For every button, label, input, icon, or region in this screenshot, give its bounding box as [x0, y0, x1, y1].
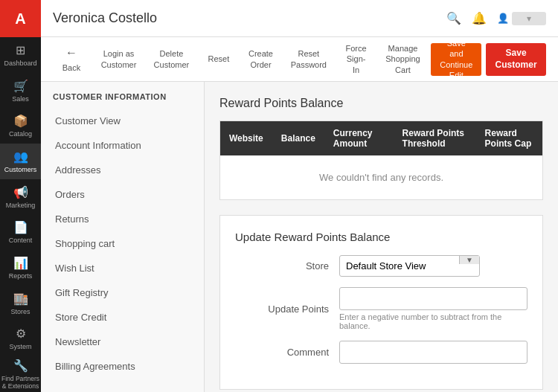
sidebar-item-reports[interactable]: 📊 Reports — [0, 250, 41, 286]
bell-icon[interactable]: 🔔 — [472, 11, 487, 25]
topbar-icons: 🔍 🔔 👤 ▾ — [446, 11, 546, 25]
user-menu[interactable]: 👤 ▾ — [497, 12, 546, 25]
sidebar-item-customers[interactable]: 👥 Customers — [0, 144, 41, 179]
store-row: Store Default Store View ▼ — [235, 255, 527, 277]
toolbar: ← Back Login as Customer Delete Customer… — [41, 37, 558, 82]
catalog-icon: 📦 — [13, 114, 28, 128]
page-title: Veronica Costello — [53, 10, 157, 26]
sidebar-item-orders[interactable]: Orders — [41, 182, 204, 207]
manage-shopping-cart-label: Manage Shopping Cart — [385, 43, 420, 75]
reward-points-table: Website Balance Currency Amount Reward P… — [219, 121, 543, 200]
find-partners-icon: 🔧 — [13, 359, 28, 373]
sidebar-item-label: Content — [9, 237, 33, 244]
save-customer-button[interactable]: Save Customer — [486, 43, 546, 76]
manage-shopping-cart-button[interactable]: Manage Shopping Cart — [379, 39, 427, 80]
sidebar-item-label: Customers — [4, 166, 37, 173]
col-currency-amount: Currency Amount — [324, 121, 394, 156]
right-panel: Reward Points Balance Website Balance Cu… — [205, 82, 558, 392]
sidebar-item-content[interactable]: 📄 Content — [0, 215, 41, 251]
sidebar-item-customer-view[interactable]: Customer View — [41, 109, 204, 133]
col-reward-points-cap: Reward Points Cap — [476, 121, 543, 156]
empty-message: We couldn't find any records. — [220, 155, 543, 200]
col-reward-points-threshold: Reward Points Threshold — [394, 121, 476, 156]
sidebar-item-label: Dashboard — [4, 60, 36, 67]
customers-icon: 👥 — [13, 150, 28, 164]
sidebar-item-billing-agreements[interactable]: Billing Agreements — [41, 354, 204, 379]
login-customer-label: Login as Customer — [101, 48, 137, 70]
sidebar-item-account-information[interactable]: Account Information — [41, 133, 204, 158]
sidebar-item-label: Sales — [12, 95, 29, 103]
sidebar-item-system[interactable]: ⚙ System — [0, 321, 41, 357]
sidebar-item-label: Reports — [9, 272, 33, 280]
main-area: Veronica Costello 🔍 🔔 👤 ▾ ← Back Login a… — [41, 0, 558, 392]
create-order-label: Create Order — [248, 48, 273, 70]
sidebar-item-sales[interactable]: 🛒 Sales — [0, 73, 41, 109]
sidebar-item-catalog[interactable]: 📦 Catalog — [0, 108, 41, 144]
store-label: Store — [235, 260, 339, 271]
sidebar-item-shopping-cart[interactable]: Shopping cart — [41, 231, 204, 256]
sidebar-item-stores[interactable]: 🏬 Stores — [0, 286, 41, 321]
reward-points-title: Reward Points Balance — [219, 97, 543, 110]
update-form-title: Update Reward Points Balance — [235, 231, 527, 243]
reset-password-button[interactable]: Reset Password — [284, 44, 333, 74]
table-row-empty: We couldn't find any records. — [220, 155, 543, 200]
back-label: Back — [62, 62, 80, 73]
save-continue-edit-label: Save and Continue Edit — [440, 38, 472, 80]
update-points-hint: Enter a negative number to subtract from… — [339, 312, 527, 330]
sidebar-item-dashboard[interactable]: ⊞ Dashboard — [0, 37, 41, 73]
sidebar-item-store-credit[interactable]: Store Credit — [41, 305, 204, 330]
store-select-wrapper: Default Store View ▼ — [339, 255, 480, 277]
comment-input[interactable] — [339, 341, 527, 364]
store-field: Default Store View ▼ — [339, 255, 527, 277]
sidebar-item-find-partners[interactable]: 🔧 Find Partners& Extensions — [0, 356, 41, 392]
update-points-input[interactable] — [339, 287, 527, 310]
sidebar-item-addresses[interactable]: Addresses — [41, 158, 204, 182]
sidebar-logo: A — [0, 0, 41, 37]
reset-password-label: Reset Password — [291, 48, 327, 70]
sidebar-item-label: Marketing — [6, 202, 36, 209]
left-panel: CUSTOMER INFORMATION Customer View Accou… — [41, 82, 205, 392]
update-form-section: Update Reward Points Balance Store Defau… — [219, 215, 543, 390]
reset-label: Reset — [208, 54, 230, 64]
content-area: CUSTOMER INFORMATION Customer View Accou… — [41, 82, 558, 392]
save-continue-edit-button[interactable]: Save and Continue Edit — [431, 43, 481, 76]
marketing-icon: 📢 — [13, 185, 28, 199]
col-website: Website — [220, 121, 272, 156]
col-balance: Balance — [272, 121, 324, 156]
force-sign-in-button[interactable]: Force Sign- In — [338, 39, 375, 80]
search-icon[interactable]: 🔍 — [446, 11, 461, 25]
login-as-customer-button[interactable]: Login as Customer — [94, 44, 143, 74]
user-label: ▾ — [512, 12, 546, 25]
update-points-label: Update Points — [235, 303, 339, 315]
sidebar: A ⊞ Dashboard 🛒 Sales 📦 Catalog 👥 Custom… — [0, 0, 41, 392]
sidebar-item-wish-list[interactable]: Wish List — [41, 256, 204, 280]
back-button[interactable]: ← Back — [53, 41, 90, 77]
update-points-field: Enter a negative number to subtract from… — [339, 287, 527, 330]
reset-button[interactable]: Reset — [200, 49, 237, 68]
comment-row: Comment — [235, 341, 527, 364]
content-icon: 📄 — [13, 220, 28, 234]
sidebar-item-label: System — [9, 343, 31, 350]
comment-field — [339, 341, 527, 364]
dashboard-icon: ⊞ — [16, 43, 25, 57]
sidebar-item-label: Find Partners& Extensions — [1, 375, 39, 390]
delete-customer-button[interactable]: Delete Customer — [147, 44, 196, 74]
sidebar-item-label: Catalog — [9, 130, 32, 138]
save-customer-label: Save Customer — [496, 48, 537, 71]
sidebar-item-returns[interactable]: Returns — [41, 207, 204, 231]
user-icon: 👤 — [497, 13, 509, 24]
update-points-row: Update Points Enter a negative number to… — [235, 287, 527, 330]
sidebar-item-gift-registry[interactable]: Gift Registry — [41, 280, 204, 305]
store-select[interactable]: Default Store View — [340, 256, 459, 276]
select-arrow-icon: ▼ — [459, 256, 479, 264]
sidebar-item-label: Stores — [10, 308, 30, 315]
left-panel-header: CUSTOMER INFORMATION — [41, 82, 204, 109]
sidebar-item-marketing[interactable]: 📢 Marketing — [0, 179, 41, 215]
sidebar-item-newsletter[interactable]: Newsletter — [41, 330, 204, 354]
create-order-button[interactable]: Create Order — [242, 44, 280, 74]
delete-customer-label: Delete Customer — [154, 48, 190, 70]
stores-icon: 🏬 — [13, 292, 28, 306]
force-sign-in-label: Force Sign- In — [346, 43, 367, 75]
sales-icon: 🛒 — [13, 79, 28, 93]
topbar: Veronica Costello 🔍 🔔 👤 ▾ — [41, 0, 558, 37]
